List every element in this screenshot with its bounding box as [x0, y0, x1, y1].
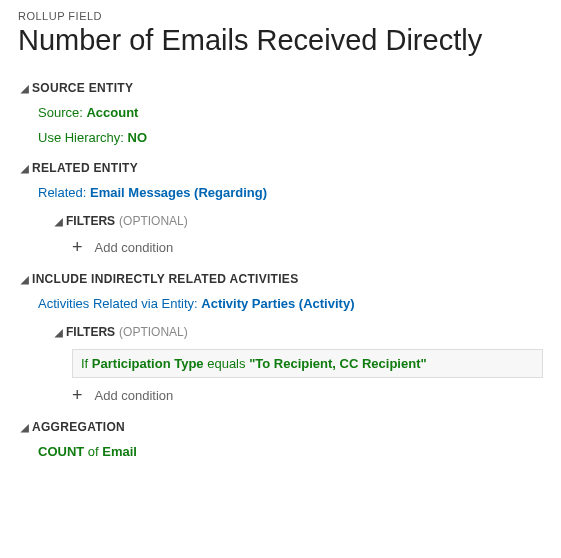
filters-header-indirect[interactable]: ◢ FILTERS (OPTIONAL): [52, 325, 543, 339]
section-header-source-entity[interactable]: ◢ SOURCE ENTITY: [18, 81, 543, 95]
filters-header[interactable]: ◢ FILTERS (OPTIONAL): [52, 214, 543, 228]
related-line[interactable]: Related: Email Messages (Regarding): [38, 185, 543, 200]
add-condition-button-indirect[interactable]: + Add condition: [72, 386, 543, 404]
section-title: INCLUDE INDIRECTLY RELATED ACTIVITIES: [32, 272, 298, 286]
condition-if: If: [81, 356, 92, 371]
filters-title: FILTERS: [66, 325, 115, 339]
collapse-icon: ◢: [52, 327, 66, 338]
aggregation-of: of: [84, 444, 102, 459]
condition-field: Participation Type: [92, 356, 204, 371]
filter-condition-row[interactable]: If Participation Type equals "To Recipie…: [72, 349, 543, 378]
aggregation-line[interactable]: COUNT of Email: [38, 444, 543, 459]
section-related-entity: ◢ RELATED ENTITY Related: Email Messages…: [18, 161, 543, 256]
related-label: Related:: [38, 185, 90, 200]
section-source-entity: ◢ SOURCE ENTITY Source: Account Use Hier…: [18, 81, 543, 145]
source-line[interactable]: Source: Account: [38, 105, 543, 120]
collapse-icon: ◢: [18, 422, 32, 433]
filters-subsection: ◢ FILTERS (OPTIONAL) + Add condition: [52, 214, 543, 256]
via-entity-line[interactable]: Activities Related via Entity: Activity …: [38, 296, 543, 311]
plus-icon: +: [72, 386, 83, 404]
add-condition-label: Add condition: [95, 388, 174, 403]
breadcrumb: ROLLUP FIELD: [18, 10, 543, 22]
section-title: RELATED ENTITY: [32, 161, 138, 175]
add-condition-button[interactable]: + Add condition: [72, 238, 543, 256]
aggregation-field: Email: [102, 444, 137, 459]
filters-optional: (OPTIONAL): [119, 214, 188, 228]
filters-subsection-indirect: ◢ FILTERS (OPTIONAL) If Participation Ty…: [52, 325, 543, 404]
via-label: Activities Related via Entity:: [38, 296, 201, 311]
section-header-indirect[interactable]: ◢ INCLUDE INDIRECTLY RELATED ACTIVITIES: [18, 272, 543, 286]
section-title: SOURCE ENTITY: [32, 81, 133, 95]
page-title: Number of Emails Received Directly: [18, 24, 543, 57]
filters-title: FILTERS: [66, 214, 115, 228]
collapse-icon: ◢: [18, 274, 32, 285]
related-value: Email Messages (Regarding): [90, 185, 267, 200]
hierarchy-line[interactable]: Use Hierarchy: NO: [38, 130, 543, 145]
add-condition-label: Add condition: [95, 240, 174, 255]
condition-operator: equals: [204, 356, 250, 371]
aggregation-function: COUNT: [38, 444, 84, 459]
hierarchy-value: NO: [128, 130, 148, 145]
source-label: Source:: [38, 105, 86, 120]
condition-value: "To Recipient, CC Recipient": [249, 356, 427, 371]
collapse-icon: ◢: [52, 216, 66, 227]
section-title: AGGREGATION: [32, 420, 125, 434]
section-header-related-entity[interactable]: ◢ RELATED ENTITY: [18, 161, 543, 175]
plus-icon: +: [72, 238, 83, 256]
filters-optional: (OPTIONAL): [119, 325, 188, 339]
collapse-icon: ◢: [18, 163, 32, 174]
section-header-aggregation[interactable]: ◢ AGGREGATION: [18, 420, 543, 434]
hierarchy-label: Use Hierarchy:: [38, 130, 128, 145]
section-aggregation: ◢ AGGREGATION COUNT of Email: [18, 420, 543, 459]
section-indirect-activities: ◢ INCLUDE INDIRECTLY RELATED ACTIVITIES …: [18, 272, 543, 404]
via-value: Activity Parties (Activity): [201, 296, 354, 311]
collapse-icon: ◢: [18, 83, 32, 94]
source-value: Account: [86, 105, 138, 120]
